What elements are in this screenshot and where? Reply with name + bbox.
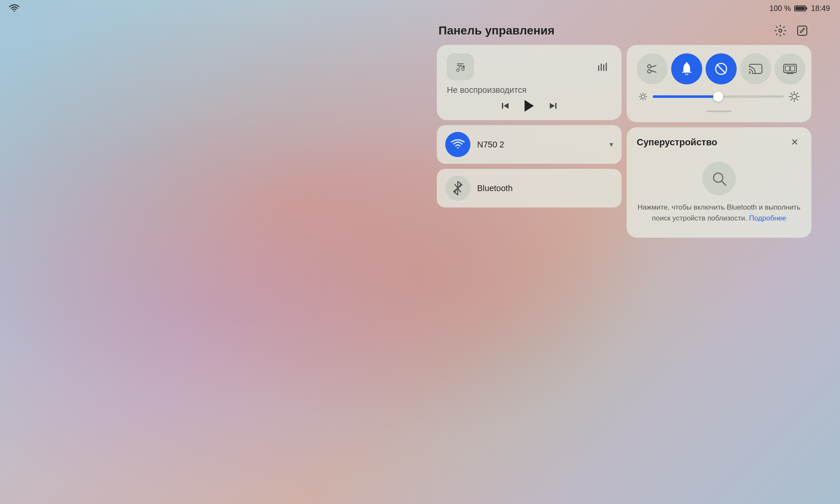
bluetooth-card[interactable]: Bluetooth [437, 169, 622, 207]
svg-rect-9 [555, 103, 556, 109]
svg-line-25 [640, 94, 641, 95]
battery-icon [794, 5, 806, 11]
svg-line-34 [790, 93, 792, 94]
svg-rect-8 [502, 103, 503, 109]
wifi-card[interactable]: N750 2 ▾ [437, 125, 622, 164]
wifi-icon [445, 132, 470, 157]
svg-rect-1 [798, 26, 807, 35]
wifi-network-name: N750 2 [477, 140, 603, 150]
brightness-slider[interactable] [653, 95, 784, 98]
prev-button[interactable] [499, 100, 511, 112]
status-bar: 100 % 18:49 [0, 0, 840, 17]
bluetooth-label: Bluetooth [477, 184, 513, 193]
status-right: 100 % 18:49 [769, 4, 830, 13]
svg-point-3 [462, 68, 464, 71]
left-column: Не воспроизводится [437, 45, 622, 238]
svg-point-12 [686, 62, 688, 64]
next-button[interactable] [547, 100, 559, 112]
edit-button[interactable] [795, 23, 810, 38]
time-display: 18:49 [811, 4, 830, 13]
superdevice-search-icon[interactable] [702, 162, 736, 195]
svg-rect-17 [790, 66, 795, 71]
wifi-status-icon [8, 0, 20, 17]
superdevice-close-button[interactable]: ✕ [788, 136, 801, 149]
screen-mirror-button[interactable] [774, 53, 806, 84]
do-not-disturb-button[interactable] [706, 53, 737, 84]
svg-point-0 [779, 29, 782, 32]
toggle-buttons-row [637, 53, 801, 84]
toggles-card [627, 45, 811, 122]
panel-header-icons [773, 23, 810, 38]
notification-button[interactable] [671, 53, 702, 84]
svg-line-35 [797, 99, 798, 100]
right-column: Суперустройство ✕ Нажмите, чтобы включит… [627, 45, 811, 238]
brightness-row [637, 91, 801, 102]
superdevice-title: Суперустройство [637, 137, 717, 148]
music-controls [447, 100, 612, 112]
music-top-row [447, 53, 612, 80]
svg-point-20 [641, 95, 645, 98]
bluetooth-icon [445, 176, 470, 201]
svg-line-36 [790, 99, 792, 100]
svg-rect-4 [598, 65, 599, 71]
play-button[interactable] [525, 100, 534, 112]
settings-button[interactable] [773, 23, 788, 38]
superdevice-card: Суперустройство ✕ Нажмите, чтобы включит… [627, 127, 811, 238]
svg-point-2 [457, 69, 459, 71]
svg-line-26 [645, 98, 646, 99]
svg-line-14 [717, 65, 725, 73]
battery-percent: 100 % [769, 4, 791, 13]
svg-rect-5 [601, 63, 602, 71]
superdevice-learn-more-link[interactable]: Подробнее [749, 214, 786, 222]
brightness-low-icon [638, 92, 648, 101]
svg-line-28 [645, 94, 646, 95]
wifi-chevron-icon: ▾ [609, 140, 613, 149]
screenshot-button[interactable] [637, 53, 668, 84]
svg-point-29 [792, 94, 797, 99]
equalizer-button[interactable] [593, 58, 612, 76]
scroll-indicator [706, 110, 732, 112]
svg-point-10 [648, 65, 651, 68]
svg-line-27 [640, 98, 641, 99]
brightness-high-icon [789, 91, 800, 102]
superdevice-header: Суперустройство ✕ [637, 136, 801, 149]
cast-button[interactable] [740, 53, 771, 84]
svg-rect-16 [785, 66, 790, 71]
control-panel: Панель управления [437, 23, 823, 238]
svg-rect-7 [606, 63, 607, 71]
svg-rect-6 [603, 64, 604, 71]
music-card: Не воспроизводится [437, 45, 622, 120]
superdevice-description: Нажмите, чтобы включить Bluetooth и выпо… [637, 202, 801, 223]
panel-header: Панель управления [437, 23, 811, 38]
superdevice-content: Нажмите, чтобы включить Bluetooth и выпо… [637, 158, 801, 228]
music-album-icon [447, 53, 474, 80]
svg-line-37 [797, 93, 798, 94]
svg-line-39 [722, 181, 726, 185]
panel-title: Панель управления [438, 24, 554, 37]
svg-point-11 [648, 70, 651, 73]
not-playing-text: Не воспроизводится [447, 85, 612, 95]
